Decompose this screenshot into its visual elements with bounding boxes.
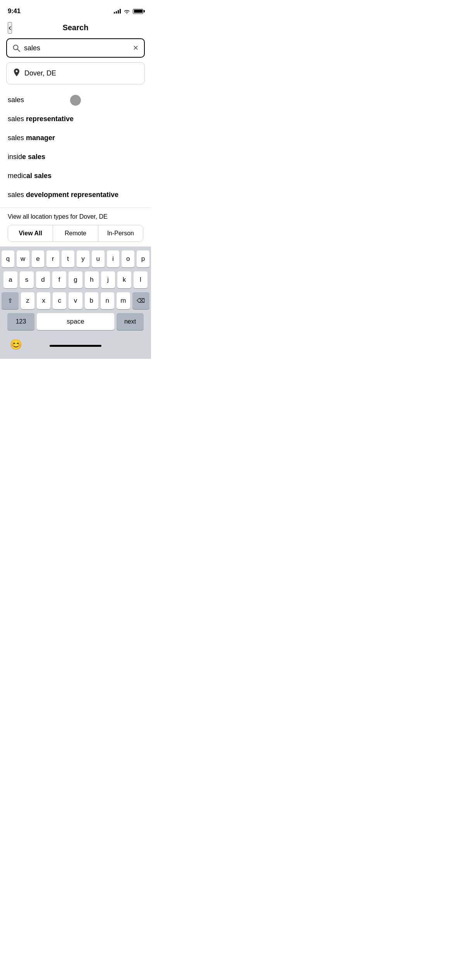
list-item[interactable]: sales manager (0, 128, 151, 147)
numbers-key[interactable]: 123 (7, 313, 34, 330)
key-n[interactable]: n (101, 292, 114, 309)
key-z[interactable]: z (21, 292, 34, 309)
suggestion-normal-0: sales (8, 96, 24, 104)
shift-key[interactable]: ⇧ (2, 292, 19, 309)
delete-key[interactable]: ⌫ (132, 292, 149, 309)
suggestion-normal-5: sales (8, 191, 26, 199)
key-u[interactable]: u (92, 250, 105, 267)
tab-in-person[interactable]: In-Person (98, 225, 143, 242)
page-title: Search (63, 23, 89, 32)
key-l[interactable]: l (134, 271, 148, 288)
key-a[interactable]: a (3, 271, 17, 288)
list-item[interactable]: inside sales (0, 147, 151, 166)
keyboard-bottom: 😊 (2, 334, 149, 356)
key-h[interactable]: h (85, 271, 99, 288)
svg-line-1 (17, 49, 20, 51)
signal-icon (114, 9, 121, 14)
key-c[interactable]: c (53, 292, 66, 309)
status-icons (114, 9, 143, 14)
list-item[interactable]: sales development representative (0, 185, 151, 204)
key-o[interactable]: o (122, 250, 134, 267)
list-item[interactable]: sales representative (0, 110, 151, 128)
location-pin-icon (13, 68, 21, 79)
nav-header: ‹ Search (0, 19, 151, 37)
space-key[interactable]: space (37, 313, 114, 330)
list-item[interactable]: sales (0, 91, 151, 110)
keyboard-row-3: ⇧ z x c v b n m ⌫ (2, 292, 149, 309)
search-input-wrapper: ✕ (6, 38, 145, 58)
suggestion-bold-3: e sales (22, 153, 45, 161)
next-key[interactable]: next (117, 313, 144, 330)
wifi-icon (124, 9, 130, 14)
key-m[interactable]: m (117, 292, 130, 309)
suggestion-bold-1: representative (26, 115, 74, 123)
key-p[interactable]: p (137, 250, 149, 267)
location-text: Dover, DE (24, 69, 56, 77)
key-s[interactable]: s (20, 271, 34, 288)
suggestion-bold-5: development representative (26, 191, 118, 199)
status-bar: 9:41 (0, 0, 151, 19)
key-r[interactable]: r (46, 250, 59, 267)
suggestion-normal-2: sales (8, 134, 26, 142)
tab-remote[interactable]: Remote (53, 225, 98, 242)
key-t[interactable]: t (62, 250, 74, 267)
key-b[interactable]: b (85, 292, 98, 309)
home-indicator (50, 345, 101, 347)
suggestion-bold-2: manager (26, 134, 55, 142)
clear-icon[interactable]: ✕ (133, 44, 139, 52)
keyboard-row-4: 123 space next (2, 313, 149, 330)
keyboard: q w e r t y u i o p a s d f g h j k l ⇧ … (0, 247, 151, 359)
search-input[interactable] (24, 44, 129, 52)
location-container: Dover, DE (0, 62, 151, 87)
key-x[interactable]: x (37, 292, 50, 309)
suggestion-normal-3: insid (8, 153, 22, 161)
key-j[interactable]: j (101, 271, 115, 288)
location-row[interactable]: Dover, DE (6, 62, 145, 84)
key-w[interactable]: w (17, 250, 29, 267)
emoji-key[interactable]: 😊 (8, 336, 24, 353)
suggestion-bold-4: al sales (26, 172, 51, 180)
location-banner: View all location types for Dover, DE Vi… (0, 207, 151, 247)
battery-icon (133, 9, 143, 14)
keyboard-row-2: a s d f g h j k l (2, 271, 149, 288)
key-d[interactable]: d (36, 271, 50, 288)
back-button[interactable]: ‹ (8, 22, 12, 34)
key-f[interactable]: f (52, 271, 66, 288)
key-i[interactable]: i (107, 250, 120, 267)
key-y[interactable]: y (77, 250, 89, 267)
key-v[interactable]: v (69, 292, 82, 309)
key-q[interactable]: q (2, 250, 14, 267)
list-item[interactable]: medical sales (0, 166, 151, 185)
drag-indicator (70, 95, 81, 106)
status-time: 9:41 (8, 7, 21, 15)
key-e[interactable]: e (32, 250, 45, 267)
back-icon: ‹ (9, 23, 11, 33)
location-banner-text: View all location types for Dover, DE (8, 213, 143, 220)
suggestion-normal-4: medic (8, 172, 26, 180)
key-k[interactable]: k (117, 271, 131, 288)
suggestions-list: sales sales representative sales manager… (0, 87, 151, 207)
tab-view-all[interactable]: View All (8, 225, 53, 242)
location-type-tabs: View All Remote In-Person (8, 225, 143, 242)
search-container: ✕ (0, 37, 151, 62)
suggestion-normal-1: sales (8, 115, 26, 123)
key-g[interactable]: g (69, 271, 82, 288)
search-icon (12, 44, 20, 52)
keyboard-row-1: q w e r t y u i o p (2, 250, 149, 267)
